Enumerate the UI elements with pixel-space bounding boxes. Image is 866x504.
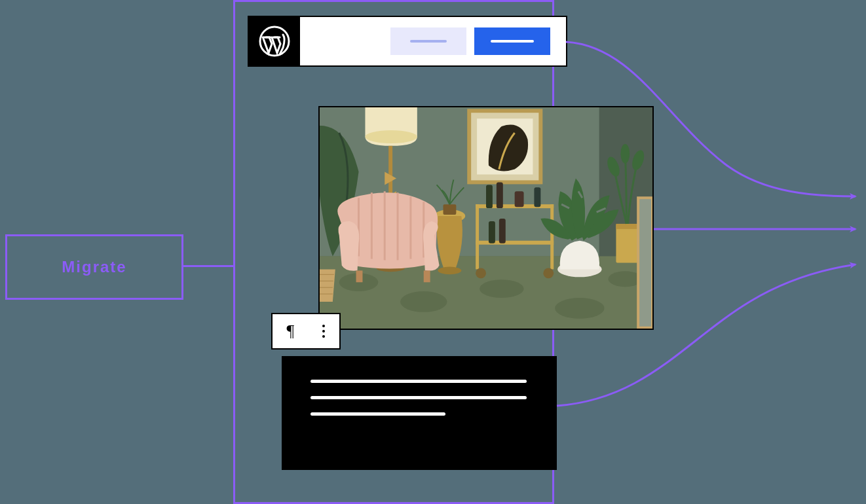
room-illustration	[320, 107, 652, 329]
svg-rect-15	[476, 241, 554, 245]
text-placeholder-line	[311, 380, 527, 383]
svg-rect-20	[486, 185, 493, 208]
svg-point-7	[555, 298, 604, 319]
svg-point-43	[620, 144, 630, 164]
wordpress-icon	[259, 26, 290, 57]
text-placeholder-line	[311, 396, 527, 399]
svg-rect-29	[356, 270, 363, 282]
paragraph-block-toolbar: ¶	[271, 313, 341, 350]
svg-rect-17	[550, 204, 554, 269]
svg-point-19	[543, 268, 554, 278]
content-image	[318, 106, 654, 330]
svg-rect-39	[616, 224, 638, 263]
migrate-box: Migrate	[5, 234, 183, 300]
primary-button-placeholder	[491, 40, 534, 43]
svg-rect-21	[497, 182, 503, 208]
svg-rect-30	[424, 270, 430, 282]
svg-rect-25	[499, 219, 506, 243]
svg-rect-44	[638, 198, 652, 327]
secondary-button[interactable]	[390, 27, 466, 55]
migrate-label: Migrate	[62, 258, 126, 276]
svg-point-18	[476, 268, 486, 278]
svg-point-6	[480, 279, 523, 298]
svg-point-5	[400, 291, 447, 312]
connector-line	[183, 265, 233, 267]
kebab-menu-icon[interactable]	[322, 325, 325, 338]
text-block	[282, 356, 557, 470]
svg-rect-28	[443, 204, 457, 215]
wordpress-logo	[249, 17, 300, 65]
paragraph-icon[interactable]: ¶	[287, 321, 295, 341]
svg-point-9	[365, 130, 417, 143]
secondary-button-placeholder	[410, 40, 447, 43]
primary-button[interactable]	[474, 27, 550, 55]
editor-top-bar	[248, 16, 567, 67]
svg-rect-23	[534, 187, 540, 207]
text-placeholder-line	[311, 412, 445, 416]
svg-rect-40	[616, 224, 638, 229]
svg-rect-16	[476, 204, 479, 269]
svg-rect-24	[489, 221, 495, 243]
svg-rect-22	[515, 191, 524, 207]
svg-point-27	[438, 266, 462, 274]
